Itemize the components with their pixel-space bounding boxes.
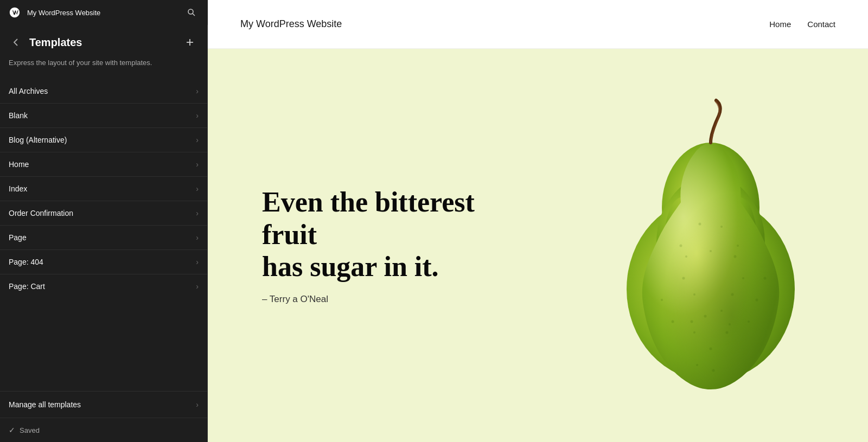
site-name-label: My WordPress Website — [27, 9, 177, 17]
sidebar-footer: Manage all templates › ✓ Saved — [0, 391, 207, 442]
check-icon: ✓ — [9, 426, 15, 434]
chevron-right-icon: › — [196, 111, 199, 120]
chevron-right-icon: › — [196, 233, 199, 242]
preview-nav: Home Contact — [769, 20, 835, 29]
svg-point-23 — [696, 364, 698, 366]
svg-line-1 — [193, 14, 195, 16]
sidebar: Templates Express the layout of your sit… — [0, 0, 208, 442]
svg-point-18 — [699, 222, 701, 225]
hero-heading: Even the bitterest fruit has sugar in it… — [262, 186, 522, 283]
svg-point-10 — [731, 293, 734, 296]
preview-nav-home[interactable]: Home — [769, 20, 791, 29]
chevron-right-icon: › — [196, 400, 199, 409]
list-item-index[interactable]: Index › — [0, 176, 207, 201]
svg-point-14 — [710, 347, 712, 350]
main-content: My WordPress Website Home Contact Even t… — [208, 0, 868, 442]
svg-point-13 — [693, 331, 695, 334]
preview-site-header: My WordPress Website Home Contact — [208, 0, 868, 49]
sidebar-title: Templates — [29, 36, 176, 49]
pear-illustration — [597, 88, 825, 403]
chevron-right-icon: › — [196, 258, 199, 266]
list-item-order-confirmation[interactable]: Order Confirmation › — [0, 201, 207, 225]
svg-point-15 — [685, 255, 687, 258]
svg-point-29 — [737, 245, 739, 247]
chevron-right-icon: › — [196, 160, 199, 169]
chevron-right-icon: › — [196, 209, 199, 217]
list-item-blog-alternative[interactable]: Blog (Alternative) › — [0, 127, 207, 152]
chevron-right-icon: › — [196, 136, 199, 144]
sidebar-header: Templates — [0, 25, 207, 55]
list-item-page-cart[interactable]: Page: Cart › — [0, 274, 207, 298]
list-item-blank[interactable]: Blank › — [0, 103, 207, 127]
svg-point-26 — [672, 320, 674, 323]
hero-text: Even the bitterest fruit has sugar in it… — [262, 186, 522, 305]
list-item-all-archives[interactable]: All Archives › — [0, 79, 207, 103]
template-list: All Archives › Blank › Blog (Alternative… — [0, 79, 207, 392]
manage-templates-button[interactable]: Manage all templates › — [0, 392, 207, 418]
chevron-right-icon: › — [196, 282, 199, 291]
list-item-page[interactable]: Page › — [0, 225, 207, 249]
add-template-button[interactable] — [181, 34, 199, 51]
svg-point-21 — [729, 323, 731, 325]
svg-point-30 — [680, 244, 682, 247]
chevron-right-icon: › — [196, 87, 199, 95]
sidebar-description: Express the layout of your site with tem… — [0, 55, 207, 79]
chevron-right-icon: › — [196, 184, 199, 193]
svg-point-27 — [748, 321, 750, 323]
svg-point-16 — [734, 255, 737, 258]
svg-point-25 — [661, 299, 663, 301]
svg-point-7 — [693, 293, 695, 296]
svg-point-24 — [756, 298, 758, 301]
svg-point-12 — [726, 331, 729, 334]
back-button[interactable] — [9, 35, 24, 50]
svg-point-22 — [712, 369, 715, 371]
list-item-home[interactable]: Home › — [0, 152, 207, 176]
svg-point-28 — [764, 277, 767, 279]
list-item-page-404[interactable]: Page: 404 › — [0, 249, 207, 274]
svg-point-8 — [704, 315, 707, 317]
search-button[interactable] — [183, 4, 200, 21]
preview-nav-contact[interactable]: Contact — [807, 20, 835, 29]
svg-point-20 — [691, 320, 693, 323]
svg-point-17 — [710, 250, 712, 252]
wp-logo-icon — [8, 5, 22, 20]
svg-point-0 — [188, 9, 193, 14]
top-bar: My WordPress Website — [0, 0, 208, 25]
svg-point-11 — [742, 277, 744, 279]
hero-quote: – Terry a O'Neal — [262, 294, 522, 305]
saved-status: ✓ Saved — [0, 418, 207, 442]
svg-point-6 — [682, 277, 685, 279]
svg-point-9 — [720, 310, 723, 312]
preview-hero: Even the bitterest fruit has sugar in it… — [208, 49, 868, 442]
preview-site-name: My WordPress Website — [240, 18, 342, 30]
svg-point-19 — [720, 226, 723, 228]
